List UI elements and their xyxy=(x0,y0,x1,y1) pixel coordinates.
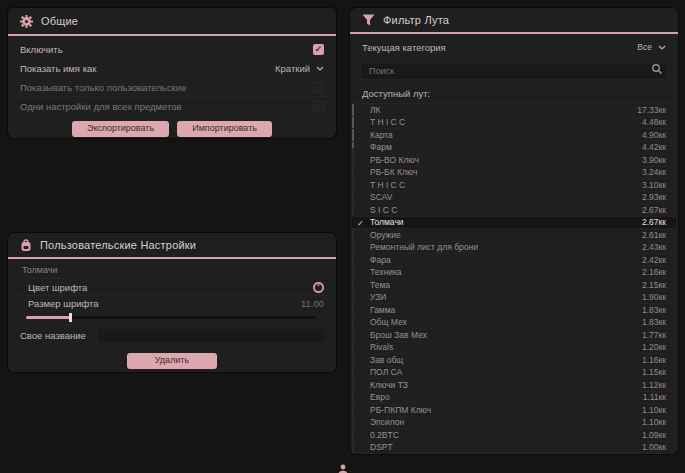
loot-item-value: 1.12кк xyxy=(642,380,666,390)
loot-list: ЛК17.33ккT H I C C4.48ккКарта4.90ккФарм4… xyxy=(352,103,676,454)
name-mode-value: Краткий xyxy=(275,63,310,74)
loot-item-name: ЛК xyxy=(370,105,381,115)
loot-item-value: 17.33кк xyxy=(637,105,666,115)
loot-row[interactable]: РБ-ПКПМ Ключ1.10кк xyxy=(352,404,676,417)
loot-item-value: 2.15кк xyxy=(642,280,666,290)
loot-row[interactable]: Ремонтный лист для брони2.43кк xyxy=(352,242,676,255)
chevron-down-icon xyxy=(316,66,324,71)
loot-row[interactable]: Карта4.90кк xyxy=(352,129,676,142)
loot-filter-panel: Фильтр Лута Текущая категория Все Доступ… xyxy=(350,8,678,454)
loot-item-name: Общ Мех xyxy=(370,317,407,327)
loot-item-name: РБ-ВО Ключ xyxy=(370,155,419,165)
category-value: Все xyxy=(637,42,652,52)
color-palette-icon[interactable] xyxy=(313,282,324,293)
loot-item-name: T H I C C xyxy=(370,180,405,190)
loot-row[interactable]: РБ-ВО Ключ3.90кк xyxy=(352,154,676,167)
loot-item-value: 4.90кк xyxy=(642,130,666,140)
name-mode-select[interactable]: Краткий xyxy=(275,63,324,74)
general-buttons-row: Экспортировать Импортировать xyxy=(8,121,336,137)
loot-item-name: SCAV xyxy=(370,192,393,202)
custom-name-input[interactable] xyxy=(98,329,324,342)
loot-item-value: 2.16кк xyxy=(642,267,666,277)
general-panel-header: Общие xyxy=(8,8,336,34)
loot-row[interactable]: SCAV2.93кк xyxy=(352,192,676,205)
loot-item-value: 1.00кк xyxy=(642,442,666,452)
loot-row[interactable]: УЗИ1.90кк xyxy=(352,292,676,305)
loot-item-name: Ремонтный лист для брони xyxy=(370,242,478,252)
loot-row[interactable]: Оружие2.61кк xyxy=(352,229,676,242)
delete-button-row: Удалить xyxy=(8,353,336,369)
loot-row[interactable]: Тема2.15кк xyxy=(352,279,676,292)
loot-row[interactable]: DSPT1.00кк xyxy=(352,442,676,455)
loot-row[interactable]: РБ-БК Ключ3.24кк xyxy=(352,167,676,180)
font-size-slider[interactable] xyxy=(26,313,316,322)
setting-row-only-custom: Показывать только пользовательские xyxy=(10,78,334,97)
loot-row[interactable]: ✓Толмачи2.67кк xyxy=(352,217,676,230)
loot-item-value: 4.42кк xyxy=(642,142,666,152)
loot-row[interactable]: S I C C2.67кк xyxy=(352,204,676,217)
person-icon[interactable] xyxy=(337,463,349,473)
font-size-row: Размер шрифта 11.00 xyxy=(10,296,334,311)
loot-row[interactable]: Брош Зав Мех1.77кк xyxy=(352,329,676,342)
loot-item-name: Ключи ТЗ xyxy=(370,380,408,390)
setting-row-same-settings: Одни настройки для всех предметов xyxy=(10,97,334,116)
loot-row[interactable]: T H I C C4.48кк xyxy=(352,117,676,130)
loot-item-value: 1.90кк xyxy=(642,292,666,302)
custom-name-row: Свое название xyxy=(10,325,334,347)
loot-item-value: 2.93кк xyxy=(642,192,666,202)
font-size-value: 11.00 xyxy=(301,298,324,309)
search-input[interactable] xyxy=(360,62,668,80)
loot-item-value: 1.83кк xyxy=(642,317,666,327)
loot-row[interactable]: 0.2BTC1.09кк xyxy=(352,429,676,442)
loot-item-name: T H I C C xyxy=(370,117,405,127)
font-color-row: Цвет шрифта xyxy=(10,279,334,296)
loot-item-value: 1.09кк xyxy=(642,430,666,440)
loot-item-name: РБ-БК Ключ xyxy=(370,167,418,177)
loot-item-name: Тема xyxy=(370,280,390,290)
loot-row[interactable]: ЛК17.33кк xyxy=(352,104,676,117)
loot-item-value: 1.16кк xyxy=(642,355,666,365)
loot-filter-title: Фильтр Лута xyxy=(383,14,449,26)
delete-button[interactable]: Удалить xyxy=(127,353,217,369)
search-icon[interactable] xyxy=(651,63,663,75)
loot-row[interactable]: Фарм4.42кк xyxy=(352,142,676,155)
loot-row[interactable]: Общ Мех1.83кк xyxy=(352,317,676,330)
loot-item-value: 2.42кк xyxy=(642,255,666,265)
loot-item-name: РБ-ПКПМ Ключ xyxy=(370,405,431,415)
loot-row[interactable]: T H I C C3.10кк xyxy=(352,179,676,192)
only-custom-checkbox[interactable] xyxy=(313,82,324,93)
slider-handle[interactable] xyxy=(69,313,72,322)
loot-item-name: Эпсилон xyxy=(370,417,404,427)
funnel-icon xyxy=(362,14,375,26)
loot-filter-header: Фильтр Лута xyxy=(350,8,678,32)
same-settings-checkbox[interactable] xyxy=(313,101,324,112)
loot-item-name: УЗИ xyxy=(370,292,386,302)
custom-name-label: Свое название xyxy=(20,330,86,341)
loot-item-name: Зав общ xyxy=(370,355,403,365)
loot-row[interactable]: Ключи ТЗ1.12кк xyxy=(352,379,676,392)
loot-row[interactable]: Зав общ1.16кк xyxy=(352,354,676,367)
loot-item-value: 1.83кк xyxy=(642,305,666,315)
loot-row[interactable]: Фара2.42кк xyxy=(352,254,676,267)
enable-checkbox[interactable]: ✓ xyxy=(313,44,324,55)
loot-item-name: Фарм xyxy=(370,142,392,152)
loot-row[interactable]: Rivals1.20кк xyxy=(352,342,676,355)
category-select[interactable]: Все xyxy=(637,42,666,52)
loot-item-value: 3.24кк xyxy=(642,167,666,177)
loot-row[interactable]: Техника2.16кк xyxy=(352,267,676,280)
loot-row[interactable]: Евро1.11кк xyxy=(352,392,676,405)
current-category-row: Текущая категория Все xyxy=(352,38,676,56)
import-button[interactable]: Импортировать xyxy=(177,121,272,137)
loot-item-name: S I C C xyxy=(370,205,397,215)
backpack-icon xyxy=(20,239,32,252)
loot-row[interactable]: Эпсилон1.10кк xyxy=(352,417,676,430)
loot-item-value: 1.10кк xyxy=(642,417,666,427)
loot-row[interactable]: ПОЛ СА1.15кк xyxy=(352,367,676,380)
loot-item-name: Евро xyxy=(370,392,390,402)
export-button[interactable]: Экспортировать xyxy=(72,121,169,137)
loot-item-name: DSPT xyxy=(370,442,393,452)
available-loot-label: Доступный лут: xyxy=(350,80,678,103)
custom-settings-panel: Пользовательские Настройки Толмачи Цвет … xyxy=(8,233,336,372)
loot-item-value: 1.10кк xyxy=(642,405,666,415)
loot-row[interactable]: Гамма1.83кк xyxy=(352,304,676,317)
